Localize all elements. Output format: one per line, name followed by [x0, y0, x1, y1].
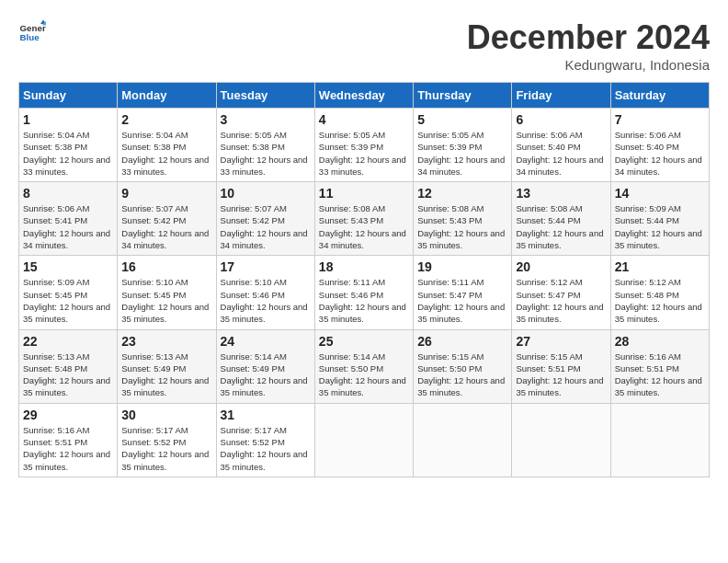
day-detail: Sunrise: 5:08 AMSunset: 5:44 PMDaylight:…: [516, 203, 603, 250]
calendar-cell: 21 Sunrise: 5:12 AMSunset: 5:48 PMDaylig…: [610, 256, 709, 329]
svg-text:Blue: Blue: [20, 32, 40, 42]
calendar-cell: 3 Sunrise: 5:05 AMSunset: 5:38 PMDayligh…: [216, 109, 314, 182]
day-detail: Sunrise: 5:05 AMSunset: 5:38 PMDaylight:…: [221, 130, 308, 177]
day-number: 25: [319, 334, 409, 349]
weekday-header-wednesday: Wednesday: [314, 83, 413, 109]
calendar-cell: 1 Sunrise: 5:04 AMSunset: 5:38 PMDayligh…: [19, 109, 118, 182]
calendar-cell: 4 Sunrise: 5:05 AMSunset: 5:39 PMDayligh…: [314, 109, 413, 182]
day-number: 12: [417, 186, 507, 201]
day-detail: Sunrise: 5:09 AMSunset: 5:44 PMDaylight:…: [615, 203, 702, 250]
logo: General Blue: [18, 18, 46, 46]
day-detail: Sunrise: 5:05 AMSunset: 5:39 PMDaylight:…: [319, 130, 406, 177]
calendar-cell: 7 Sunrise: 5:06 AMSunset: 5:40 PMDayligh…: [610, 109, 709, 182]
location-subtitle: Kedungwaru, Indonesia: [467, 57, 710, 73]
day-number: 16: [121, 259, 211, 274]
day-detail: Sunrise: 5:14 AMSunset: 5:49 PMDaylight:…: [221, 351, 308, 398]
day-number: 5: [417, 112, 507, 127]
calendar-cell: [414, 403, 512, 477]
day-detail: Sunrise: 5:17 AMSunset: 5:52 PMDaylight:…: [121, 425, 209, 472]
calendar-week-4: 22 Sunrise: 5:13 AMSunset: 5:48 PMDaylig…: [19, 329, 710, 403]
day-detail: Sunrise: 5:08 AMSunset: 5:43 PMDaylight:…: [319, 203, 406, 250]
day-number: 22: [23, 334, 113, 349]
svg-text:General: General: [20, 23, 47, 33]
weekday-header-sunday: Sunday: [19, 83, 118, 109]
day-detail: Sunrise: 5:04 AMSunset: 5:38 PMDaylight:…: [23, 130, 110, 177]
day-number: 20: [516, 259, 606, 274]
calendar-cell: 30 Sunrise: 5:17 AMSunset: 5:52 PMDaylig…: [118, 403, 216, 477]
calendar-cell: 31 Sunrise: 5:17 AMSunset: 5:52 PMDaylig…: [216, 403, 314, 477]
day-number: 8: [23, 186, 113, 201]
day-number: 3: [221, 112, 311, 127]
day-detail: Sunrise: 5:12 AMSunset: 5:48 PMDaylight:…: [615, 277, 702, 324]
calendar-cell: [512, 403, 610, 477]
day-detail: Sunrise: 5:10 AMSunset: 5:46 PMDaylight:…: [221, 277, 308, 324]
calendar-cell: 6 Sunrise: 5:06 AMSunset: 5:40 PMDayligh…: [512, 109, 610, 182]
day-number: 18: [319, 259, 409, 274]
weekday-header-thursday: Thursday: [414, 83, 512, 109]
day-detail: Sunrise: 5:16 AMSunset: 5:51 PMDaylight:…: [615, 351, 702, 398]
weekday-header-tuesday: Tuesday: [216, 83, 314, 109]
day-number: 13: [516, 186, 606, 201]
calendar-cell: [610, 403, 709, 477]
page-header: General Blue December 2024 Kedungwaru, I…: [18, 18, 710, 73]
calendar-cell: 19 Sunrise: 5:11 AMSunset: 5:47 PMDaylig…: [414, 256, 512, 329]
calendar-cell: 10 Sunrise: 5:07 AMSunset: 5:42 PMDaylig…: [216, 182, 314, 256]
day-number: 10: [221, 186, 311, 201]
calendar-week-5: 29 Sunrise: 5:16 AMSunset: 5:51 PMDaylig…: [19, 403, 710, 477]
logo-icon: General Blue: [18, 18, 46, 46]
day-detail: Sunrise: 5:06 AMSunset: 5:41 PMDaylight:…: [23, 203, 110, 250]
calendar-cell: 17 Sunrise: 5:10 AMSunset: 5:46 PMDaylig…: [216, 256, 314, 329]
day-number: 30: [121, 408, 211, 422]
day-detail: Sunrise: 5:12 AMSunset: 5:47 PMDaylight:…: [516, 277, 603, 324]
day-number: 31: [221, 408, 311, 422]
calendar-cell: 24 Sunrise: 5:14 AMSunset: 5:49 PMDaylig…: [216, 329, 314, 403]
day-detail: Sunrise: 5:06 AMSunset: 5:40 PMDaylight:…: [516, 130, 603, 177]
calendar-week-2: 8 Sunrise: 5:06 AMSunset: 5:41 PMDayligh…: [19, 182, 710, 256]
day-detail: Sunrise: 5:05 AMSunset: 5:39 PMDaylight:…: [417, 130, 505, 177]
calendar-cell: 14 Sunrise: 5:09 AMSunset: 5:44 PMDaylig…: [610, 182, 709, 256]
calendar-cell: 12 Sunrise: 5:08 AMSunset: 5:43 PMDaylig…: [414, 182, 512, 256]
calendar-cell: 2 Sunrise: 5:04 AMSunset: 5:38 PMDayligh…: [118, 109, 216, 182]
calendar-week-3: 15 Sunrise: 5:09 AMSunset: 5:45 PMDaylig…: [19, 256, 710, 329]
day-detail: Sunrise: 5:06 AMSunset: 5:40 PMDaylight:…: [615, 130, 702, 177]
calendar-cell: 15 Sunrise: 5:09 AMSunset: 5:45 PMDaylig…: [19, 256, 118, 329]
month-title: December 2024: [467, 18, 710, 57]
calendar-week-1: 1 Sunrise: 5:04 AMSunset: 5:38 PMDayligh…: [19, 109, 710, 182]
day-number: 1: [23, 112, 113, 127]
calendar-cell: 20 Sunrise: 5:12 AMSunset: 5:47 PMDaylig…: [512, 256, 610, 329]
calendar-cell: 26 Sunrise: 5:15 AMSunset: 5:50 PMDaylig…: [414, 329, 512, 403]
calendar-cell: 18 Sunrise: 5:11 AMSunset: 5:46 PMDaylig…: [314, 256, 413, 329]
day-detail: Sunrise: 5:14 AMSunset: 5:50 PMDaylight:…: [319, 351, 406, 398]
calendar-cell: 28 Sunrise: 5:16 AMSunset: 5:51 PMDaylig…: [610, 329, 709, 403]
weekday-header-friday: Friday: [512, 83, 610, 109]
day-detail: Sunrise: 5:13 AMSunset: 5:49 PMDaylight:…: [121, 351, 209, 398]
day-number: 15: [23, 259, 113, 274]
calendar-cell: 8 Sunrise: 5:06 AMSunset: 5:41 PMDayligh…: [19, 182, 118, 256]
calendar-cell: 29 Sunrise: 5:16 AMSunset: 5:51 PMDaylig…: [19, 403, 118, 477]
day-detail: Sunrise: 5:08 AMSunset: 5:43 PMDaylight:…: [417, 203, 505, 250]
day-number: 7: [615, 112, 705, 127]
day-detail: Sunrise: 5:07 AMSunset: 5:42 PMDaylight:…: [221, 203, 308, 250]
day-detail: Sunrise: 5:17 AMSunset: 5:52 PMDaylight:…: [221, 425, 308, 472]
calendar-cell: 23 Sunrise: 5:13 AMSunset: 5:49 PMDaylig…: [118, 329, 216, 403]
weekday-header-monday: Monday: [118, 83, 216, 109]
day-number: 19: [417, 259, 507, 274]
calendar-cell: 25 Sunrise: 5:14 AMSunset: 5:50 PMDaylig…: [314, 329, 413, 403]
day-number: 23: [121, 334, 211, 349]
calendar-cell: 5 Sunrise: 5:05 AMSunset: 5:39 PMDayligh…: [414, 109, 512, 182]
day-number: 17: [221, 259, 311, 274]
day-number: 29: [23, 408, 113, 422]
day-number: 11: [319, 186, 409, 201]
calendar-cell: 22 Sunrise: 5:13 AMSunset: 5:48 PMDaylig…: [19, 329, 118, 403]
day-number: 14: [615, 186, 705, 201]
day-number: 28: [615, 334, 705, 349]
day-number: 27: [516, 334, 606, 349]
day-detail: Sunrise: 5:15 AMSunset: 5:51 PMDaylight:…: [516, 351, 603, 398]
calendar-table: SundayMondayTuesdayWednesdayThursdayFrid…: [18, 82, 710, 477]
day-number: 9: [121, 186, 211, 201]
calendar-cell: 27 Sunrise: 5:15 AMSunset: 5:51 PMDaylig…: [512, 329, 610, 403]
day-detail: Sunrise: 5:16 AMSunset: 5:51 PMDaylight:…: [23, 425, 110, 472]
day-number: 26: [417, 334, 507, 349]
calendar-cell: 9 Sunrise: 5:07 AMSunset: 5:42 PMDayligh…: [118, 182, 216, 256]
day-number: 21: [615, 259, 705, 274]
